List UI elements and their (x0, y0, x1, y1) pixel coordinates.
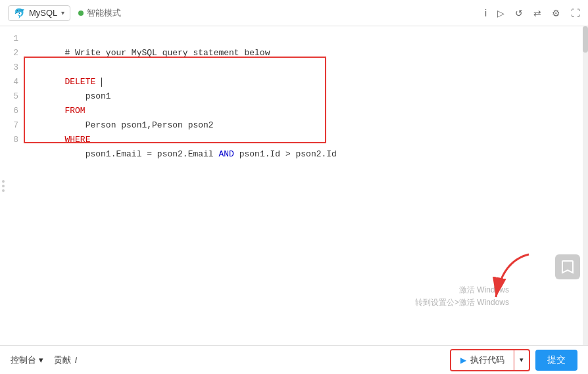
settings-icon[interactable]: ⚙ (552, 8, 560, 18)
code-line-8: pson1.Email = pson2.Email AND pson1.Id >… (24, 133, 575, 147)
play-icon: ▶ (460, 356, 466, 365)
scrollbar-track[interactable] (583, 26, 588, 345)
smart-mode-label: 智能模式 (87, 7, 121, 19)
contribute-button[interactable]: 贡献 i (54, 354, 77, 366)
execute-label: 执行代码 (470, 354, 504, 366)
bottom-right-actions: ▶ 执行代码 ▾ 提交 (450, 349, 577, 371)
code-line-3: DELETE (24, 60, 575, 75)
code-line-4: pson1 (24, 75, 575, 89)
run-icon[interactable]: ▷ (497, 8, 504, 18)
info-icon[interactable]: i (485, 8, 487, 18)
mysql-icon: 🐬 (14, 8, 25, 18)
contribute-suffix: i (75, 355, 77, 365)
console-label: 控制台 (11, 354, 36, 366)
left-collapse-tab (0, 177, 7, 195)
editor-area: 1 2 3 4 5 6 7 8 # Write your MySQL query… (0, 26, 588, 345)
execute-code-button[interactable]: ▶ 执行代码 ▾ (450, 349, 530, 371)
expand-icon[interactable]: ⛶ (571, 8, 580, 18)
bottom-left-actions: 控制台 ▾ 贡献 i (11, 354, 77, 366)
code-content[interactable]: # Write your MySQL query statement below… (24, 32, 588, 340)
swap-icon[interactable]: ⇄ (533, 8, 541, 18)
cursor (101, 78, 102, 87)
smart-mode-dot (78, 11, 84, 16)
execute-dropdown-button[interactable]: ▾ (514, 352, 529, 368)
code-editor[interactable]: 1 2 3 4 5 6 7 8 # Write your MySQL query… (0, 26, 588, 345)
db-label: MySQL (29, 8, 57, 18)
console-chevron-icon: ▾ (39, 355, 43, 365)
console-button[interactable]: 控制台 ▾ (11, 354, 43, 366)
smart-mode-indicator: 智能模式 (78, 7, 121, 19)
db-selector[interactable]: 🐬 MySQL ▾ (8, 5, 70, 21)
reset-icon[interactable]: ↺ (515, 8, 523, 18)
scrollbar-thumb[interactable] (583, 26, 588, 53)
top-bar: 🐬 MySQL ▾ 智能模式 i ▷ ↺ ⇄ ⚙ ⛶ (0, 0, 588, 26)
bookmark-button[interactable] (555, 254, 580, 279)
bottom-bar: 控制台 ▾ 贡献 i ▶ 执行代码 ▾ 提交 (0, 345, 588, 374)
chevron-down-icon: ▾ (61, 9, 64, 16)
top-bar-actions: i ▷ ↺ ⇄ ⚙ ⛶ (485, 8, 580, 18)
code-line-1: # Write your MySQL query statement below (24, 32, 575, 46)
submit-button[interactable]: 提交 (535, 350, 577, 371)
contribute-label: 贡献 (54, 354, 71, 366)
execute-main-button[interactable]: ▶ 执行代码 (451, 350, 514, 370)
code-line-6: Person pson1,Person pson2 (24, 104, 575, 118)
